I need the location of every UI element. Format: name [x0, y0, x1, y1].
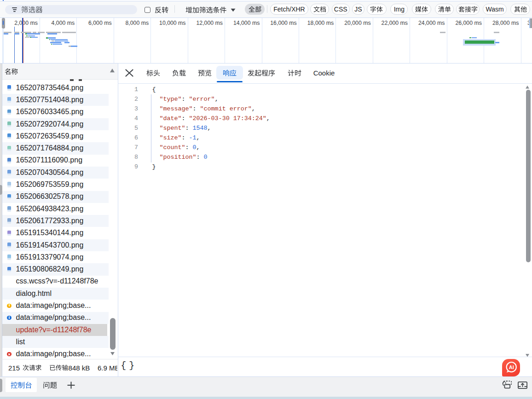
- svg-text:AI: AI: [509, 364, 514, 370]
